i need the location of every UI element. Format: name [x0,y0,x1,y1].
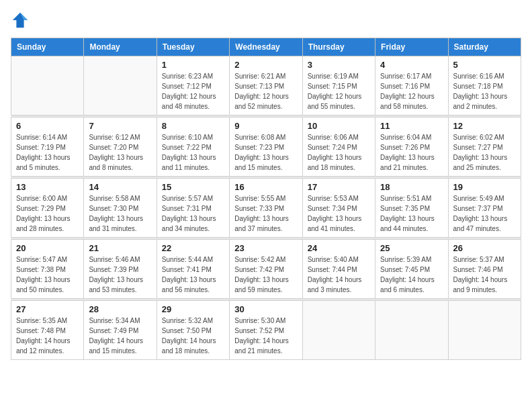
calendar-cell: 10Sunrise: 6:06 AMSunset: 7:24 PMDayligh… [302,118,375,177]
calendar-week-4: 20Sunrise: 5:47 AMSunset: 7:38 PMDayligh… [11,240,521,299]
day-number: 10 [308,121,370,131]
day-number: 29 [162,304,224,314]
calendar-cell: 21Sunrise: 5:46 AMSunset: 7:39 PMDayligh… [84,240,157,299]
day-number: 25 [380,243,443,253]
calendar-cell: 2Sunrise: 6:21 AMSunset: 7:13 PMDaylight… [230,56,302,116]
day-info: Sunrise: 5:44 AMSunset: 7:41 PMDaylight:… [162,255,224,295]
day-number: 24 [308,243,370,253]
calendar-cell: 23Sunrise: 5:42 AMSunset: 7:42 PMDayligh… [230,240,302,299]
day-number: 13 [16,182,79,192]
calendar-cell [448,301,521,360]
calendar-cell [302,301,375,360]
calendar-cell: 5Sunrise: 6:16 AMSunset: 7:18 PMDaylight… [448,56,521,116]
calendar-cell: 1Sunrise: 6:23 AMSunset: 7:12 PMDaylight… [157,56,229,116]
calendar-cell: 9Sunrise: 6:08 AMSunset: 7:23 PMDaylight… [230,118,302,177]
header-sunday: Sunday [11,38,84,56]
calendar-cell: 18Sunrise: 5:51 AMSunset: 7:35 PMDayligh… [375,179,448,238]
day-number: 8 [162,121,224,131]
day-info: Sunrise: 6:08 AMSunset: 7:23 PMDaylight:… [234,132,297,173]
day-info: Sunrise: 5:30 AMSunset: 7:52 PMDaylight:… [234,316,297,356]
day-number: 21 [89,243,151,253]
day-number: 16 [234,182,297,192]
calendar-table: SundayMondayTuesdayWednesdayThursdayFrid… [11,38,521,360]
calendar-cell: 29Sunrise: 5:32 AMSunset: 7:50 PMDayligh… [157,301,229,360]
day-number: 14 [89,182,151,192]
day-info: Sunrise: 6:17 AMSunset: 7:16 PMDaylight:… [380,71,443,111]
day-number: 20 [16,243,79,253]
day-number: 19 [453,182,516,192]
day-number: 30 [234,304,297,314]
calendar-cell: 6Sunrise: 6:14 AMSunset: 7:19 PMDaylight… [11,118,84,177]
calendar-cell: 15Sunrise: 5:57 AMSunset: 7:31 PMDayligh… [157,179,229,238]
calendar-cell: 19Sunrise: 5:49 AMSunset: 7:37 PMDayligh… [448,179,521,238]
day-number: 15 [162,182,224,192]
calendar-week-2: 6Sunrise: 6:14 AMSunset: 7:19 PMDaylight… [11,118,521,177]
calendar-week-1: 1Sunrise: 6:23 AMSunset: 7:12 PMDaylight… [11,56,521,116]
logo [11,11,32,30]
calendar-cell: 11Sunrise: 6:04 AMSunset: 7:26 PMDayligh… [375,118,448,177]
calendar-cell: 27Sunrise: 5:35 AMSunset: 7:48 PMDayligh… [11,301,84,360]
day-number: 27 [16,304,79,314]
day-number: 4 [380,60,443,70]
day-number: 17 [308,182,370,192]
day-info: Sunrise: 5:47 AMSunset: 7:38 PMDaylight:… [16,255,79,295]
calendar-cell [11,56,84,116]
day-number: 7 [89,121,151,131]
calendar-week-5: 27Sunrise: 5:35 AMSunset: 7:48 PMDayligh… [11,301,521,360]
day-number: 26 [453,243,516,253]
day-info: Sunrise: 6:19 AMSunset: 7:15 PMDaylight:… [308,71,370,111]
day-info: Sunrise: 5:46 AMSunset: 7:39 PMDaylight:… [89,255,151,295]
calendar-cell: 28Sunrise: 5:34 AMSunset: 7:49 PMDayligh… [84,301,157,360]
header-saturday: Saturday [448,38,521,56]
day-info: Sunrise: 6:14 AMSunset: 7:19 PMDaylight:… [16,132,79,173]
day-info: Sunrise: 6:16 AMSunset: 7:18 PMDaylight:… [453,71,516,111]
day-number: 12 [453,121,516,131]
day-info: Sunrise: 5:51 AMSunset: 7:35 PMDaylight:… [380,193,443,234]
day-info: Sunrise: 6:23 AMSunset: 7:12 PMDaylight:… [162,71,224,111]
header-monday: Monday [84,38,157,56]
day-info: Sunrise: 5:55 AMSunset: 7:33 PMDaylight:… [234,193,297,234]
day-info: Sunrise: 6:10 AMSunset: 7:22 PMDaylight:… [162,132,224,173]
day-info: Sunrise: 6:21 AMSunset: 7:13 PMDaylight:… [234,71,297,111]
day-number: 5 [453,60,516,70]
day-number: 23 [234,243,297,253]
calendar-cell: 30Sunrise: 5:30 AMSunset: 7:52 PMDayligh… [230,301,302,360]
calendar-cell: 7Sunrise: 6:12 AMSunset: 7:20 PMDaylight… [84,118,157,177]
day-info: Sunrise: 5:39 AMSunset: 7:45 PMDaylight:… [380,255,443,295]
day-info: Sunrise: 5:34 AMSunset: 7:49 PMDaylight:… [89,316,151,356]
day-info: Sunrise: 5:58 AMSunset: 7:30 PMDaylight:… [89,193,151,234]
logo-icon [11,11,30,30]
day-number: 11 [380,121,443,131]
day-info: Sunrise: 5:49 AMSunset: 7:37 PMDaylight:… [453,193,516,234]
day-info: Sunrise: 5:40 AMSunset: 7:44 PMDaylight:… [308,255,370,295]
day-number: 1 [162,60,224,70]
day-info: Sunrise: 5:42 AMSunset: 7:42 PMDaylight:… [234,255,297,295]
calendar-cell [84,56,157,116]
day-info: Sunrise: 6:06 AMSunset: 7:24 PMDaylight:… [308,132,370,173]
calendar-cell: 17Sunrise: 5:53 AMSunset: 7:34 PMDayligh… [302,179,375,238]
calendar-cell: 22Sunrise: 5:44 AMSunset: 7:41 PMDayligh… [157,240,229,299]
calendar-cell: 24Sunrise: 5:40 AMSunset: 7:44 PMDayligh… [302,240,375,299]
day-info: Sunrise: 6:04 AMSunset: 7:26 PMDaylight:… [380,132,443,173]
calendar-cell: 25Sunrise: 5:39 AMSunset: 7:45 PMDayligh… [375,240,448,299]
header-friday: Friday [375,38,448,56]
day-info: Sunrise: 5:35 AMSunset: 7:48 PMDaylight:… [16,316,79,356]
day-number: 2 [234,60,297,70]
calendar-cell: 12Sunrise: 6:02 AMSunset: 7:27 PMDayligh… [448,118,521,177]
calendar-cell [375,301,448,360]
day-number: 28 [89,304,151,314]
calendar-cell: 13Sunrise: 6:00 AMSunset: 7:29 PMDayligh… [11,179,84,238]
day-info: Sunrise: 6:02 AMSunset: 7:27 PMDaylight:… [453,132,516,173]
header-thursday: Thursday [302,38,375,56]
calendar-cell: 26Sunrise: 5:37 AMSunset: 7:46 PMDayligh… [448,240,521,299]
day-number: 3 [308,60,370,70]
day-number: 22 [162,243,224,253]
day-info: Sunrise: 5:37 AMSunset: 7:46 PMDaylight:… [453,255,516,295]
calendar-cell: 8Sunrise: 6:10 AMSunset: 7:22 PMDaylight… [157,118,229,177]
calendar-header-row: SundayMondayTuesdayWednesdayThursdayFrid… [11,38,521,56]
calendar-cell: 4Sunrise: 6:17 AMSunset: 7:16 PMDaylight… [375,56,448,116]
day-info: Sunrise: 5:57 AMSunset: 7:31 PMDaylight:… [162,193,224,234]
calendar-cell: 14Sunrise: 5:58 AMSunset: 7:30 PMDayligh… [84,179,157,238]
day-info: Sunrise: 5:53 AMSunset: 7:34 PMDaylight:… [308,193,370,234]
day-number: 9 [234,121,297,131]
